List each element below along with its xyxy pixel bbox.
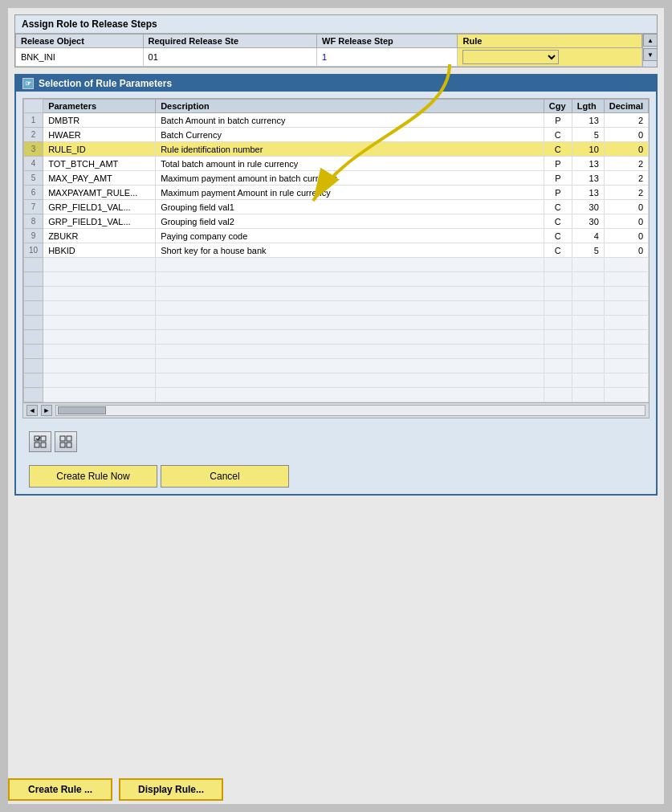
cell-param: MAXPAYAMT_RULE... (43, 186, 156, 200)
cancel-button[interactable]: Cancel (161, 465, 289, 488)
cell-cgy: C (544, 214, 572, 229)
cell-cgy-empty (544, 301, 572, 316)
row-number-empty (24, 330, 43, 345)
cell-cgy-empty (544, 373, 572, 388)
cell-dec: 0 (604, 128, 648, 142)
cell-desc-empty (156, 272, 544, 287)
cell-param-empty (43, 287, 156, 301)
cell-desc: Maximum payment amount in batch currency (156, 171, 544, 186)
cell-lgth: 13 (572, 157, 604, 171)
cell-desc: Grouping field val2 (156, 214, 544, 229)
cell-dec-empty (604, 301, 648, 316)
cell-cgy-empty (544, 316, 572, 330)
cell-desc-empty (156, 316, 544, 330)
cell-cgy-empty (544, 258, 572, 272)
cell-param-empty (43, 359, 156, 373)
cell-dec: 0 (604, 214, 648, 229)
cell-cgy: C (544, 243, 572, 258)
cell-lgth: 30 (572, 214, 604, 229)
cell-desc: Batch Amount in batch currency (156, 113, 544, 128)
table-row[interactable]: 3 RULE_ID Rule identification number C 1… (24, 142, 649, 157)
table-row[interactable]: 10 HBKID Short key for a house bank C 5 … (24, 243, 649, 258)
rule-dropdown[interactable] (462, 50, 559, 64)
cell-dec-empty (604, 258, 648, 272)
cell-desc-empty (156, 373, 544, 388)
scroll-up-btn[interactable]: ▲ (643, 34, 658, 47)
cell-dec: 2 (604, 171, 648, 186)
table-row-empty (24, 388, 649, 402)
select-all-btn[interactable] (29, 431, 51, 452)
table-row-empty (24, 373, 649, 388)
col-header-cgy: Cgy (544, 100, 572, 113)
cell-param: TOT_BTCH_AMT (43, 157, 156, 171)
scroll-down-btn[interactable]: ▼ (643, 48, 658, 61)
table-row[interactable]: 9 ZBUKR Paying company code C 4 0 (24, 229, 649, 243)
cell-lgth-empty (572, 316, 604, 330)
cell-param: RULE_ID (43, 142, 156, 157)
cell-desc: Rule identification number (156, 142, 544, 157)
col-header-decimal: Decimal (604, 100, 648, 113)
row-number: 3 (24, 142, 43, 157)
cell-desc: Paying company code (156, 229, 544, 243)
dialog-title: Selection of Rule Parameters (39, 78, 172, 89)
row-number-empty (24, 359, 43, 373)
col-header-required-release: Required Release Ste (143, 35, 317, 48)
col-header-release-object: Release Object (16, 35, 144, 48)
row-number-empty (24, 388, 43, 402)
cell-required-release: 01 (143, 48, 317, 67)
cell-lgth-empty (572, 272, 604, 287)
cell-desc-empty (156, 258, 544, 272)
table-row[interactable]: 6 MAXPAYAMT_RULE... Maximum payment Amou… (24, 186, 649, 200)
cell-rule[interactable] (458, 48, 642, 67)
cell-lgth: 5 (572, 243, 604, 258)
cell-param-empty (43, 330, 156, 345)
table-row[interactable]: 7 GRP_FIELD1_VAL... Grouping field val1 … (24, 200, 649, 214)
row-number: 4 (24, 157, 43, 171)
cell-param: HBKID (43, 243, 156, 258)
row-number: 1 (24, 113, 43, 128)
row-number-empty (24, 258, 43, 272)
display-rule-button[interactable]: Display Rule... (119, 778, 223, 801)
create-rule-now-button[interactable]: Create Rule Now (29, 465, 157, 488)
scrollbar-thumb (58, 406, 106, 414)
table-row[interactable]: 1 DMBTR Batch Amount in batch currency P… (24, 113, 649, 128)
cell-cgy-empty (544, 287, 572, 301)
cell-param-empty (43, 301, 156, 316)
cell-lgth-empty (572, 301, 604, 316)
cell-cgy: C (544, 229, 572, 243)
cell-desc-empty (156, 330, 544, 345)
dialog-icon: ☞ (22, 78, 34, 89)
table-row[interactable]: 4 TOT_BTCH_AMT Total batch amount in rul… (24, 157, 649, 171)
cell-cgy-empty (544, 345, 572, 359)
scroll-left-btn[interactable]: ◄ (26, 405, 38, 416)
horizontal-scrollbar[interactable] (55, 405, 646, 416)
table-row-empty (24, 316, 649, 330)
scroll-right-btn[interactable]: ► (41, 405, 52, 416)
table-row[interactable]: 8 GRP_FIELD1_VAL... Grouping field val2 … (24, 214, 649, 229)
cell-release-object: BNK_INI (16, 48, 144, 67)
cell-dec-empty (604, 330, 648, 345)
svg-rect-7 (67, 436, 71, 441)
cell-lgth-empty (572, 373, 604, 388)
bottom-bar: Create Rule ... Display Rule... (8, 775, 664, 804)
svg-rect-8 (60, 443, 65, 447)
row-number: 7 (24, 200, 43, 214)
cell-wf-release-step[interactable]: 1 (317, 48, 458, 67)
row-number-empty (24, 287, 43, 301)
table-row-empty (24, 359, 649, 373)
cell-lgth: 13 (572, 113, 604, 128)
cell-desc-empty (156, 388, 544, 402)
create-rule-button[interactable]: Create Rule ... (8, 778, 112, 801)
cell-desc: Maximum payment Amount in rule currency (156, 186, 544, 200)
deselect-all-btn[interactable] (55, 431, 77, 452)
cell-desc: Total batch amount in rule currency (156, 157, 544, 171)
cell-lgth: 4 (572, 229, 604, 243)
row-number-empty (24, 373, 43, 388)
cell-desc-empty (156, 301, 544, 316)
col-header-wf-release: WF Release Step (317, 35, 458, 48)
table-row[interactable]: 5 MAX_PAY_AMT Maximum payment amount in … (24, 171, 649, 186)
cell-param-empty (43, 316, 156, 330)
table-row[interactable]: 2 HWAER Batch Currency C 5 0 (24, 128, 649, 142)
row-number-empty (24, 316, 43, 330)
cell-param-empty (43, 373, 156, 388)
